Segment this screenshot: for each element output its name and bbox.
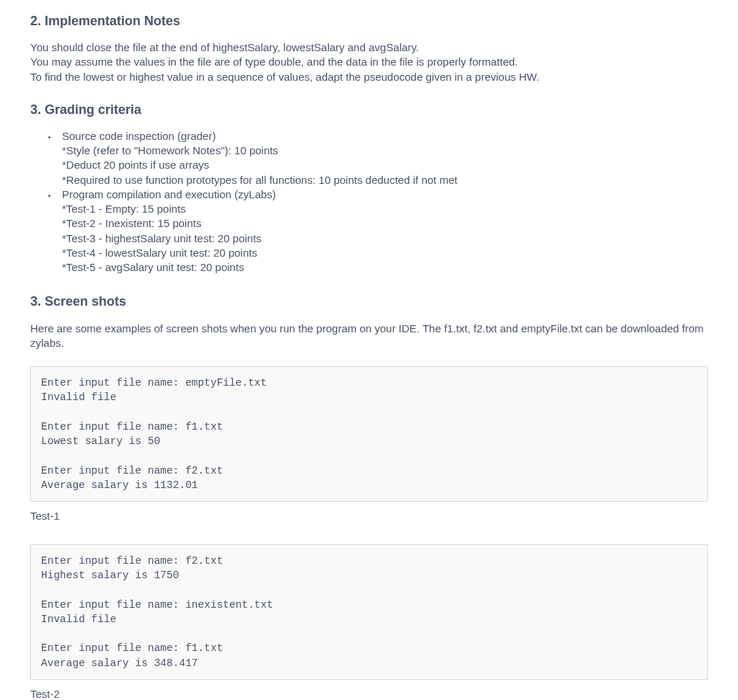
grading-item-inspection: Source code inspection (grader) *Style (…	[58, 129, 708, 187]
code-block-test1: Enter input file name: emptyFile.txt Inv…	[30, 366, 708, 502]
grading-item-sub: *Test-3 - highestSalary unit test: 20 po…	[62, 231, 708, 246]
grading-item-sub: *Deduct 20 points if use arrays	[62, 158, 708, 172]
grading-item-sub: *Test-5 - avgSalary unit test: 20 points	[62, 260, 708, 275]
impl-line-1: You should close the file at the end of …	[30, 40, 708, 55]
grading-item-sub: *Test-2 - Inexistent: 15 points	[62, 216, 708, 231]
impl-line-3: To find the lowest or highest value in a…	[30, 70, 708, 84]
test-label-1: Test-1	[30, 509, 708, 523]
grading-item-sub: *Test-4 - lowestSalary unit test: 20 poi…	[62, 246, 708, 260]
section-heading-screenshots: 3. Screen shots	[30, 292, 708, 311]
grading-item-execution: Program compilation and execution (zyLab…	[58, 187, 708, 275]
implementation-notes-block: You should close the file at the end of …	[30, 40, 708, 84]
grading-item-main: Program compilation and execution (zyLab…	[62, 187, 708, 202]
grading-list: Source code inspection (grader) *Style (…	[30, 129, 708, 275]
impl-line-2: You may assume the values in the file ar…	[30, 55, 708, 69]
grading-item-sub: *Test-1 - Empty: 15 points	[62, 202, 708, 216]
section-heading-implementation: 2. Implementation Notes	[30, 12, 708, 30]
screenshots-intro: Here are some examples of screen shots w…	[30, 322, 708, 351]
test-label-2: Test-2	[30, 687, 708, 700]
grading-item-sub: *Style (refer to "Homework Notes"): 10 p…	[62, 143, 708, 158]
code-block-test2: Enter input file name: f2.txt Highest sa…	[30, 544, 708, 680]
grading-item-sub: *Required to use function prototypes for…	[62, 173, 708, 187]
grading-item-main: Source code inspection (grader)	[62, 129, 708, 143]
section-heading-grading: 3. Grading criteria	[30, 100, 708, 119]
